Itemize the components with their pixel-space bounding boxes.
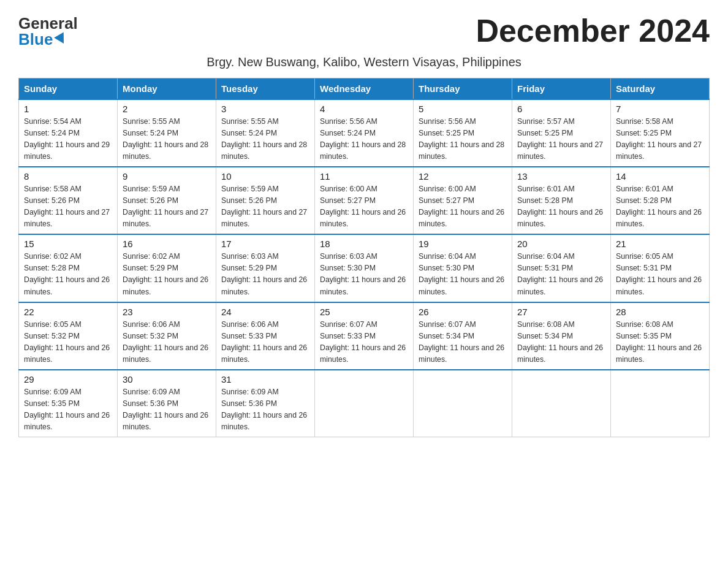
day-number: 10 (221, 171, 309, 182)
calendar-cell: 22 Sunrise: 6:05 AMSunset: 5:32 PMDaylig… (19, 302, 118, 370)
day-number: 19 (419, 239, 507, 249)
calendar-week-row: 29 Sunrise: 6:09 AMSunset: 5:35 PMDaylig… (19, 370, 710, 437)
day-info: Sunrise: 6:05 AMSunset: 5:31 PMDaylight:… (616, 252, 702, 296)
weekday-header-friday: Friday (512, 79, 611, 100)
logo-general-text: General (18, 15, 78, 31)
calendar-cell: 7 Sunrise: 5:58 AMSunset: 5:25 PMDayligh… (611, 99, 710, 167)
day-number: 11 (320, 171, 408, 182)
day-number: 27 (517, 307, 605, 317)
calendar-cell: 21 Sunrise: 6:05 AMSunset: 5:31 PMDaylig… (611, 234, 710, 302)
logo: General Blue (18, 12, 78, 47)
day-number: 23 (123, 307, 211, 317)
weekday-header-tuesday: Tuesday (216, 79, 315, 100)
day-number: 1 (24, 104, 112, 114)
calendar-cell (315, 370, 414, 437)
calendar-cell: 17 Sunrise: 6:03 AMSunset: 5:29 PMDaylig… (216, 234, 315, 302)
day-info: Sunrise: 5:56 AMSunset: 5:24 PMDaylight:… (320, 117, 406, 161)
day-number: 26 (419, 307, 507, 317)
calendar-cell: 18 Sunrise: 6:03 AMSunset: 5:30 PMDaylig… (315, 234, 414, 302)
day-info: Sunrise: 6:02 AMSunset: 5:28 PMDaylight:… (24, 252, 110, 296)
day-info: Sunrise: 5:55 AMSunset: 5:24 PMDaylight:… (123, 117, 208, 161)
day-number: 21 (616, 239, 704, 249)
day-number: 18 (320, 239, 408, 249)
calendar-cell: 24 Sunrise: 6:06 AMSunset: 5:33 PMDaylig… (216, 302, 315, 370)
day-number: 3 (221, 104, 309, 114)
day-number: 17 (221, 239, 309, 249)
calendar-cell: 3 Sunrise: 5:55 AMSunset: 5:24 PMDayligh… (216, 99, 315, 167)
calendar-cell (414, 370, 512, 437)
page-header: General Blue December 2024 (18, 12, 710, 49)
weekday-header-saturday: Saturday (611, 79, 710, 100)
calendar-week-row: 8 Sunrise: 5:58 AMSunset: 5:26 PMDayligh… (19, 167, 710, 234)
day-info: Sunrise: 6:03 AMSunset: 5:30 PMDaylight:… (320, 252, 406, 296)
day-info: Sunrise: 6:09 AMSunset: 5:36 PMDaylight:… (221, 388, 307, 431)
weekday-header-row: SundayMondayTuesdayWednesdayThursdayFrid… (19, 79, 710, 100)
day-info: Sunrise: 5:59 AMSunset: 5:26 PMDaylight:… (123, 185, 208, 228)
day-number: 13 (517, 171, 605, 182)
weekday-header-wednesday: Wednesday (315, 79, 414, 100)
calendar-cell: 19 Sunrise: 6:04 AMSunset: 5:30 PMDaylig… (414, 234, 512, 302)
calendar-cell: 27 Sunrise: 6:08 AMSunset: 5:34 PMDaylig… (512, 302, 611, 370)
calendar-cell: 8 Sunrise: 5:58 AMSunset: 5:26 PMDayligh… (19, 167, 118, 234)
day-number: 12 (419, 171, 507, 182)
day-info: Sunrise: 5:57 AMSunset: 5:25 PMDaylight:… (517, 117, 603, 161)
calendar-table: SundayMondayTuesdayWednesdayThursdayFrid… (18, 78, 710, 437)
calendar-week-row: 1 Sunrise: 5:54 AMSunset: 5:24 PMDayligh… (19, 99, 710, 167)
day-number: 31 (221, 374, 309, 385)
day-number: 7 (616, 104, 704, 114)
month-title: December 2024 (476, 12, 710, 49)
day-info: Sunrise: 6:08 AMSunset: 5:34 PMDaylight:… (517, 320, 603, 364)
day-info: Sunrise: 6:07 AMSunset: 5:34 PMDaylight:… (419, 320, 504, 364)
day-info: Sunrise: 6:07 AMSunset: 5:33 PMDaylight:… (320, 320, 406, 364)
day-number: 22 (24, 307, 112, 317)
day-info: Sunrise: 5:59 AMSunset: 5:26 PMDaylight:… (221, 185, 307, 228)
day-info: Sunrise: 6:03 AMSunset: 5:29 PMDaylight:… (221, 252, 307, 296)
calendar-cell: 9 Sunrise: 5:59 AMSunset: 5:26 PMDayligh… (118, 167, 216, 234)
weekday-header-thursday: Thursday (414, 79, 512, 100)
day-number: 9 (123, 171, 211, 182)
day-number: 20 (517, 239, 605, 249)
day-info: Sunrise: 6:05 AMSunset: 5:32 PMDaylight:… (24, 320, 110, 364)
calendar-cell: 23 Sunrise: 6:06 AMSunset: 5:32 PMDaylig… (118, 302, 216, 370)
calendar-week-row: 22 Sunrise: 6:05 AMSunset: 5:32 PMDaylig… (19, 302, 710, 370)
day-number: 30 (123, 374, 211, 385)
day-number: 29 (24, 374, 112, 385)
day-number: 8 (24, 171, 112, 182)
day-info: Sunrise: 6:02 AMSunset: 5:29 PMDaylight:… (123, 252, 208, 296)
day-info: Sunrise: 5:58 AMSunset: 5:26 PMDaylight:… (24, 185, 110, 228)
calendar-cell: 20 Sunrise: 6:04 AMSunset: 5:31 PMDaylig… (512, 234, 611, 302)
day-info: Sunrise: 6:04 AMSunset: 5:30 PMDaylight:… (419, 252, 504, 296)
day-info: Sunrise: 6:06 AMSunset: 5:32 PMDaylight:… (123, 320, 208, 364)
calendar-week-row: 15 Sunrise: 6:02 AMSunset: 5:28 PMDaylig… (19, 234, 710, 302)
calendar-cell: 15 Sunrise: 6:02 AMSunset: 5:28 PMDaylig… (19, 234, 118, 302)
calendar-cell: 16 Sunrise: 6:02 AMSunset: 5:29 PMDaylig… (118, 234, 216, 302)
calendar-cell: 6 Sunrise: 5:57 AMSunset: 5:25 PMDayligh… (512, 99, 611, 167)
calendar-cell: 29 Sunrise: 6:09 AMSunset: 5:35 PMDaylig… (19, 370, 118, 437)
day-number: 2 (123, 104, 211, 114)
weekday-header-sunday: Sunday (19, 79, 118, 100)
day-info: Sunrise: 6:00 AMSunset: 5:27 PMDaylight:… (419, 185, 504, 228)
calendar-cell: 10 Sunrise: 5:59 AMSunset: 5:26 PMDaylig… (216, 167, 315, 234)
day-info: Sunrise: 6:01 AMSunset: 5:28 PMDaylight:… (517, 185, 603, 228)
location-subtitle: Brgy. New Buswang, Kalibo, Western Visay… (18, 55, 710, 69)
day-info: Sunrise: 6:06 AMSunset: 5:33 PMDaylight:… (221, 320, 307, 364)
calendar-cell: 1 Sunrise: 5:54 AMSunset: 5:24 PMDayligh… (19, 99, 118, 167)
calendar-cell (512, 370, 611, 437)
calendar-cell: 5 Sunrise: 5:56 AMSunset: 5:25 PMDayligh… (414, 99, 512, 167)
weekday-header-monday: Monday (118, 79, 216, 100)
day-info: Sunrise: 5:55 AMSunset: 5:24 PMDaylight:… (221, 117, 307, 161)
calendar-cell: 28 Sunrise: 6:08 AMSunset: 5:35 PMDaylig… (611, 302, 710, 370)
day-number: 14 (616, 171, 704, 182)
calendar-cell: 12 Sunrise: 6:00 AMSunset: 5:27 PMDaylig… (414, 167, 512, 234)
calendar-cell: 11 Sunrise: 6:00 AMSunset: 5:27 PMDaylig… (315, 167, 414, 234)
day-info: Sunrise: 6:09 AMSunset: 5:35 PMDaylight:… (24, 388, 110, 431)
calendar-cell: 26 Sunrise: 6:07 AMSunset: 5:34 PMDaylig… (414, 302, 512, 370)
day-number: 5 (419, 104, 507, 114)
day-info: Sunrise: 6:08 AMSunset: 5:35 PMDaylight:… (616, 320, 702, 364)
calendar-cell (611, 370, 710, 437)
day-number: 24 (221, 307, 309, 317)
calendar-cell: 13 Sunrise: 6:01 AMSunset: 5:28 PMDaylig… (512, 167, 611, 234)
day-number: 15 (24, 239, 112, 249)
day-info: Sunrise: 5:56 AMSunset: 5:25 PMDaylight:… (419, 117, 504, 161)
day-number: 28 (616, 307, 704, 317)
